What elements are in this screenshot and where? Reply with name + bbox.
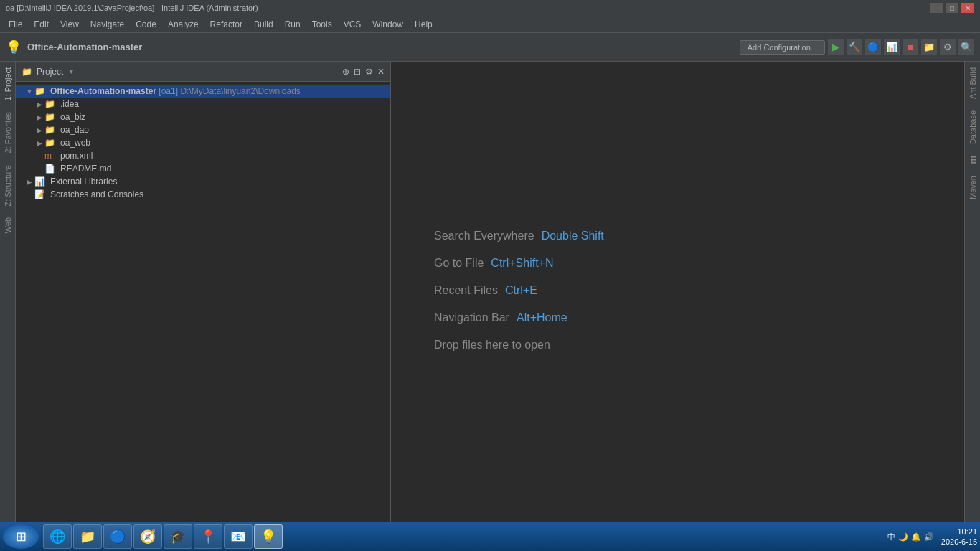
taskbar-maps[interactable]: 🧭 <box>133 524 162 549</box>
side-tab-web[interactable]: Web <box>1 212 15 239</box>
menu-item-tools[interactable]: Tools <box>306 18 338 31</box>
oa-dao-expand-arrow[interactable]: ▶ <box>34 126 44 134</box>
idea-label: .idea <box>60 99 79 109</box>
menu-item-window[interactable]: Window <box>367 18 409 31</box>
project-structure-button[interactable]: 📁 <box>921 39 937 55</box>
navigation-bar-key: Alt+Home <box>517 311 567 324</box>
tree-item-pom-xml[interactable]: m pom.xml <box>16 149 390 162</box>
root-folder-icon: 📁 <box>34 86 47 96</box>
settings-panel-icon[interactable]: ⚙ <box>365 67 373 77</box>
tree-item-oa-web[interactable]: ▶ 📁 oa_web <box>16 136 390 149</box>
root-expand-arrow[interactable]: ▼ <box>24 88 34 95</box>
intellij-icon: 💡 <box>6 39 22 55</box>
volume-icon: 🔊 <box>924 532 934 542</box>
right-side-panel: Ant Build Database m Maven <box>964 62 980 534</box>
menu-item-run[interactable]: Run <box>279 18 306 31</box>
search-everywhere-label: Search Everywhere <box>434 230 534 242</box>
sync-icon[interactable]: ⊕ <box>342 67 349 77</box>
taskbar-pin[interactable]: 📍 <box>194 524 222 549</box>
side-tab-maven-label[interactable]: Maven <box>966 170 980 205</box>
xml-icon: m <box>44 151 57 161</box>
menu-item-edit[interactable]: Edit <box>28 18 55 31</box>
side-tab-structure[interactable]: Z: Structure <box>1 159 15 212</box>
coverage-button[interactable]: 🔵 <box>865 39 881 55</box>
drop-files-label: Drop files here to open <box>434 339 550 352</box>
ext-lib-expand-arrow[interactable]: ▶ <box>24 178 34 186</box>
navigation-bar-label: Navigation Bar <box>434 311 509 324</box>
build-button[interactable]: 🔨 <box>847 39 862 55</box>
idea-expand-arrow[interactable]: ▶ <box>34 100 44 108</box>
root-label: Office-Automation-master [oa1] D:\MyData… <box>50 86 301 96</box>
project-panel: 📁 Project ▼ ⊕ ⊟ ⚙ ✕ ▼ 📁 Office-Automatio… <box>16 62 391 534</box>
menu-item-code[interactable]: Code <box>130 18 162 31</box>
window-title: oa [D:\IntelliJ IDEA 2019.1\JavaProject\… <box>6 4 258 12</box>
maximize-button[interactable]: □ <box>946 3 958 13</box>
taskbar-idea[interactable]: 💡 <box>254 524 283 549</box>
toolbar: 💡 Office-Automation-master Add Configura… <box>0 33 980 62</box>
tree-item-external-libraries[interactable]: ▶ 📊 External Libraries <box>16 175 390 188</box>
tree-root-item[interactable]: ▼ 📁 Office-Automation-master [oa1] D:\My… <box>16 85 390 98</box>
menu-item-view[interactable]: View <box>55 18 85 31</box>
taskbar-edu[interactable]: 🎓 <box>164 524 192 549</box>
tree-item-readme[interactable]: 📄 README.md <box>16 162 390 175</box>
minimize-button[interactable]: — <box>930 3 943 13</box>
oa-web-expand-arrow[interactable]: ▶ <box>34 139 44 147</box>
oa-web-label: oa_web <box>60 138 90 148</box>
close-panel-icon[interactable]: ✕ <box>377 67 385 77</box>
side-tab-database[interactable]: Database <box>966 105 980 150</box>
menu-item-refactor[interactable]: Refactor <box>204 18 248 31</box>
title-bar-controls[interactable]: — □ ✕ <box>930 3 974 13</box>
taskbar: ⊞ 🌐 📁 🔵 🧭 🎓 📍 📧 💡 中 🌙 🔔 🔊 10:21 2020-6-1… <box>0 522 980 551</box>
run-button[interactable]: ▶ <box>828 39 844 55</box>
goto-file-label: Go to File <box>434 257 484 270</box>
menu-bar: FileEditViewNavigateCodeAnalyzeRefactorB… <box>0 16 980 33</box>
start-button[interactable]: ⊞ <box>3 524 39 549</box>
idea-folder-icon: 📁 <box>44 99 57 109</box>
tree-item-oa-biz[interactable]: ▶ 📁 oa_biz <box>16 110 390 123</box>
pom-xml-label: pom.xml <box>60 151 93 161</box>
profile-button[interactable]: 📊 <box>884 39 900 55</box>
menu-item-analyze[interactable]: Analyze <box>162 18 204 31</box>
side-tab-project[interactable]: 1: Project <box>1 62 15 106</box>
taskbar-mail[interactable]: 📧 <box>224 524 253 549</box>
menu-item-build[interactable]: Build <box>248 18 279 31</box>
tree-item-scratches[interactable]: 📝 Scratches and Consoles <box>16 188 390 201</box>
side-tab-ant-build[interactable]: Ant Build <box>966 62 980 105</box>
stop-button[interactable]: ■ <box>903 39 918 55</box>
oa-dao-folder-icon: 📁 <box>44 125 57 135</box>
input-method-indicator: 中 <box>887 532 895 542</box>
close-button[interactable]: ✕ <box>961 3 974 13</box>
library-icon: 📊 <box>34 176 47 187</box>
menu-item-help[interactable]: Help <box>409 18 438 31</box>
main-area: 1: Project 2: Favorites Z: Structure Web… <box>0 62 980 534</box>
taskbar-ie[interactable]: 🌐 <box>43 524 72 549</box>
menu-item-vcs[interactable]: VCS <box>338 18 367 31</box>
project-panel-title: Project <box>37 67 63 77</box>
taskbar-explorer[interactable]: 📁 <box>73 524 102 549</box>
add-configuration-button[interactable]: Add Configuration... <box>740 40 825 55</box>
clock-time: 10:21 <box>941 527 977 537</box>
oa-biz-expand-arrow[interactable]: ▶ <box>34 113 44 121</box>
taskbar-chrome[interactable]: 🔵 <box>103 524 132 549</box>
scratches-label: Scratches and Consoles <box>50 189 143 199</box>
search-everywhere-icon[interactable]: 🔍 <box>958 39 974 55</box>
chevron-down-icon[interactable]: ▼ <box>67 67 75 75</box>
side-tab-favorites[interactable]: 2: Favorites <box>1 106 15 159</box>
tree-item-idea[interactable]: ▶ 📁 .idea <box>16 98 390 110</box>
folder-icon: 📁 <box>22 67 32 77</box>
menu-item-file[interactable]: File <box>3 18 28 31</box>
collapse-icon[interactable]: ⊟ <box>354 67 361 77</box>
project-tree[interactable]: ▼ 📁 Office-Automation-master [oa1] D:\My… <box>16 82 390 534</box>
readme-label: README.md <box>60 164 111 174</box>
oa-web-folder-icon: 📁 <box>44 138 57 148</box>
settings-button[interactable]: ⚙ <box>940 39 956 55</box>
editor-area: Search Everywhere Double Shift Go to Fil… <box>391 62 964 534</box>
system-tray: 中 🌙 🔔 🔊 <box>882 532 940 542</box>
title-bar: oa [D:\IntelliJ IDEA 2019.1\JavaProject\… <box>0 0 980 16</box>
recent-files-row: Recent Files Ctrl+E <box>434 284 537 297</box>
side-tab-maven[interactable]: m <box>964 150 980 170</box>
menu-item-navigate[interactable]: Navigate <box>85 18 130 31</box>
recent-files-label: Recent Files <box>434 284 498 297</box>
tree-item-oa-dao[interactable]: ▶ 📁 oa_dao <box>16 123 390 136</box>
drop-files-row: Drop files here to open <box>434 339 557 352</box>
